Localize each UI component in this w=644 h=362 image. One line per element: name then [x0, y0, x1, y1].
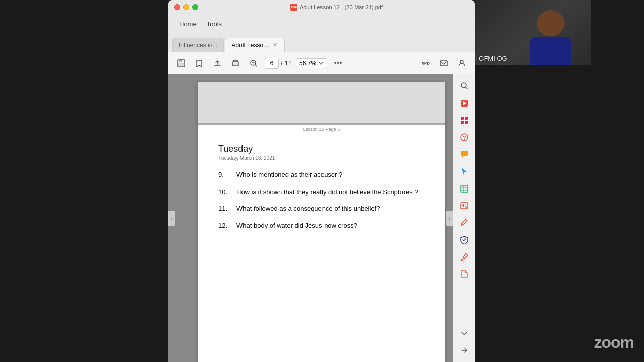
nav-tools[interactable]: Tools	[204, 18, 225, 30]
right-sidebar: ‹	[453, 74, 475, 362]
page-input[interactable]	[265, 58, 279, 69]
sidebar-chevron-down-icon[interactable]	[457, 326, 472, 341]
person-body	[530, 37, 571, 65]
svg-rect-16	[465, 121, 468, 124]
sidebar-media-icon[interactable]	[457, 96, 472, 111]
sidebar-quiz-icon[interactable]: ?	[457, 130, 472, 145]
left-background	[0, 0, 168, 362]
svg-rect-20	[461, 185, 468, 192]
webcam-overlay: CFMI OG	[475, 0, 591, 65]
question-number-11: 11.	[218, 204, 236, 214]
svg-text:?: ?	[462, 135, 466, 141]
share-link-button[interactable]	[419, 56, 433, 70]
tab-close-icon[interactable]: ✕	[271, 42, 278, 49]
page-control: / 11	[265, 58, 292, 69]
pdf-question-12: 12. What body of water did Jesus now cro…	[218, 221, 425, 231]
svg-point-6	[422, 62, 424, 64]
svg-rect-19	[461, 151, 468, 156]
sidebar-shield-icon[interactable]	[457, 232, 472, 247]
webcam-video: CFMI OG	[475, 0, 591, 65]
question-number-12: 12.	[218, 221, 236, 231]
toolbar: / 11 56.7% •••	[168, 52, 475, 74]
question-number-10: 10.	[218, 187, 236, 197]
pdf-day-title: Tuesday	[218, 144, 425, 154]
page-separator: /	[281, 59, 283, 67]
print-button[interactable]	[228, 56, 243, 70]
svg-point-7	[427, 62, 429, 64]
right-panel-collapse[interactable]: ‹	[446, 211, 453, 226]
person-head	[537, 10, 565, 36]
pdf-file-icon: PDF	[290, 4, 297, 11]
pdf-question-11: 11. What followed as a consequence of th…	[218, 204, 425, 214]
more-options-button[interactable]: •••	[331, 56, 345, 70]
sidebar-document-icon[interactable]	[457, 266, 472, 282]
svg-rect-15	[461, 121, 464, 124]
question-text-12: What body of water did Jesus now cross?	[236, 221, 425, 231]
tab-influences[interactable]: Influences in...	[172, 38, 224, 52]
more-icon: •••	[334, 59, 343, 67]
window-title: PDF Adult Lesson 12 - (20-Mar-21).pdf	[204, 4, 469, 11]
pdf-page: Lesson 12 Page 5 Tuesday Tuesday, March …	[198, 82, 445, 362]
pdf-header-area	[198, 82, 445, 123]
svg-rect-4	[233, 64, 237, 65]
question-text-10: How is it shown that they really did not…	[236, 187, 425, 197]
zoom-logo: zoom	[594, 333, 634, 352]
pdf-content: Tuesday Tuesday, March 16, 2021 9. Who i…	[198, 134, 445, 247]
bookmark-button[interactable]	[192, 56, 206, 70]
left-panel-toggle[interactable]: ›	[168, 211, 175, 226]
nav-bar: Home Tools	[168, 14, 475, 34]
question-text-9: Who is mentioned as their accuser ?	[236, 170, 425, 180]
person-silhouette	[525, 10, 576, 65]
tab-influences-label: Influences in...	[179, 42, 217, 49]
tab-adult-lesson[interactable]: Adult Lesso... ✕	[225, 38, 285, 52]
sidebar-brush-icon[interactable]	[457, 249, 472, 264]
total-pages: 11	[285, 59, 292, 67]
sidebar-table-icon[interactable]	[457, 181, 472, 196]
webcam-label: CFMI OG	[479, 55, 507, 62]
sidebar-export-icon[interactable]	[457, 343, 472, 358]
zoom-level-label: 56.7%	[299, 60, 316, 67]
close-button[interactable]	[174, 4, 180, 10]
svg-rect-2	[178, 63, 184, 66]
sidebar-comment-icon[interactable]	[457, 147, 472, 162]
save-button[interactable]	[174, 56, 188, 70]
tab-adult-lesson-label: Adult Lesso...	[231, 42, 268, 49]
svg-rect-14	[465, 117, 468, 120]
svg-point-9	[460, 60, 463, 63]
nav-home[interactable]: Home	[176, 18, 200, 30]
pdf-area: › Lesson 12 Page 5 Tuesday Tuesday, Marc…	[168, 74, 475, 362]
pdf-day-date: Tuesday, March 16, 2021	[218, 155, 425, 161]
svg-rect-8	[440, 61, 447, 66]
email-button[interactable]	[437, 56, 451, 70]
svg-rect-13	[461, 117, 464, 120]
fullscreen-button[interactable]	[192, 4, 198, 10]
question-text-11: What followed as a consequence of this u…	[236, 204, 425, 214]
question-number-9: 9.	[218, 170, 236, 180]
svg-rect-1	[179, 60, 182, 62]
pdf-question-10: 10. How is it shown that they really did…	[218, 187, 425, 197]
zoom-control[interactable]: 56.7%	[296, 58, 327, 68]
sidebar-image-icon[interactable]	[457, 198, 472, 213]
sidebar-search-icon[interactable]	[457, 78, 472, 94]
sidebar-cursor-icon[interactable]	[457, 164, 472, 179]
pdf-question-9: 9. Who is mentioned as their accuser ?	[218, 170, 425, 180]
tab-bar: Influences in... Adult Lesso... ✕	[168, 34, 475, 52]
title-bar: PDF Adult Lesson 12 - (20-Mar-21).pdf	[168, 0, 475, 14]
upload-button[interactable]	[210, 56, 224, 70]
pdf-page-container[interactable]: Lesson 12 Page 5 Tuesday Tuesday, March …	[168, 74, 475, 362]
sidebar-grid-icon[interactable]	[457, 113, 472, 128]
browser-window: PDF Adult Lesson 12 - (20-Mar-21).pdf Ho…	[168, 0, 475, 362]
sidebar-pen-icon[interactable]	[457, 215, 472, 230]
traffic-lights	[174, 4, 198, 10]
pdf-page-label: Lesson 12 Page 5	[198, 125, 445, 134]
zoom-out-button[interactable]	[247, 56, 261, 70]
minimize-button[interactable]	[183, 4, 189, 10]
user-button[interactable]	[455, 56, 469, 70]
